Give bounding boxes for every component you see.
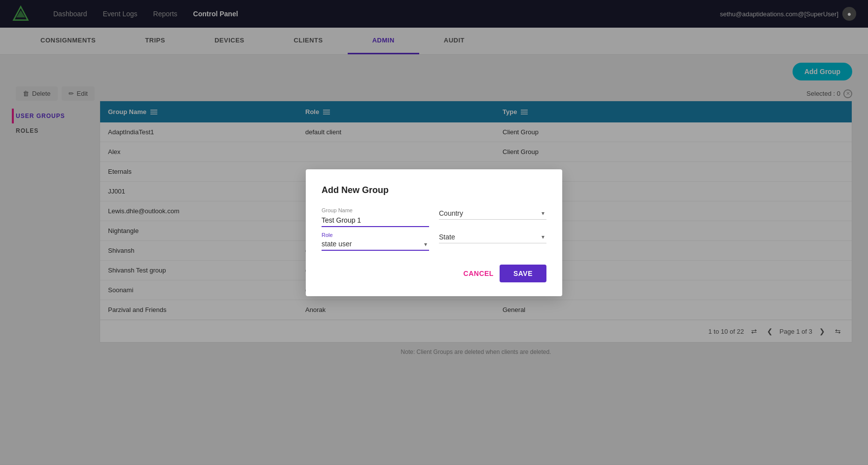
modal-overlay[interactable]: Add New Group Group Name Country Role	[0, 0, 868, 465]
state-select[interactable]: State	[439, 231, 546, 243]
modal-title: Add New Group	[322, 185, 546, 195]
save-button[interactable]: SAVE	[500, 265, 546, 282]
modal-form-row-2: Role state user State	[322, 231, 546, 251]
group-name-input[interactable]	[322, 214, 429, 227]
role-col: Role state user	[322, 231, 429, 251]
role-select-wrapper: state user	[322, 238, 429, 251]
group-name-col: Group Name	[322, 207, 429, 227]
add-new-group-modal: Add New Group Group Name Country Role	[306, 169, 562, 296]
modal-form-row-1: Group Name Country	[322, 207, 546, 227]
country-select-wrapper: Country	[439, 207, 546, 220]
state-select-wrapper: State	[439, 231, 546, 243]
role-label: Role	[322, 232, 429, 238]
country-select[interactable]: Country	[439, 207, 546, 220]
cancel-button[interactable]: CANCEL	[464, 270, 494, 277]
modal-actions: CANCEL SAVE	[322, 265, 546, 282]
group-name-label: Group Name	[322, 207, 429, 213]
country-col: Country	[439, 207, 546, 227]
role-select[interactable]: state user	[322, 238, 429, 251]
state-col: State	[439, 231, 546, 251]
